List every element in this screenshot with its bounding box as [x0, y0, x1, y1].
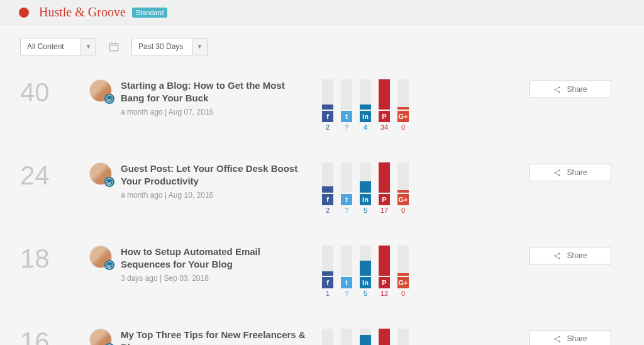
share-button[interactable]: Share	[530, 330, 611, 345]
bar-track	[322, 329, 333, 345]
bar-track	[397, 79, 409, 110]
author-avatar[interactable]	[89, 329, 112, 345]
share-label: Share	[567, 168, 587, 177]
post-meta: Guest Post: Let Your Office Desk Boost Y…	[121, 162, 322, 200]
share-count: 17	[380, 206, 388, 214]
facebook-icon[interactable]: f	[322, 194, 333, 205]
share-bar-pinterest: P 12	[379, 246, 390, 297]
content-filter-select[interactable]: All Content ▼	[20, 38, 96, 55]
share-count: ?	[345, 206, 348, 214]
share-count: 12	[380, 290, 388, 297]
pinterest-icon[interactable]: P	[379, 194, 390, 205]
google-icon[interactable]: G+	[397, 194, 409, 205]
share-button[interactable]: Share	[530, 81, 611, 98]
post-meta: My Top Three Tips for New Freelancers & …	[121, 329, 322, 345]
status-dot-icon	[19, 8, 29, 18]
bar-track	[341, 246, 352, 276]
share-count: 2	[326, 206, 330, 214]
social-bars: f 2 t ? in 5 P	[322, 162, 504, 214]
wordpress-icon	[104, 94, 114, 104]
author-avatar[interactable]	[89, 246, 112, 268]
calendar-icon[interactable]	[105, 38, 123, 55]
pinterest-icon[interactable]: P	[379, 111, 390, 122]
pinterest-icon[interactable]: P	[379, 277, 390, 288]
content-filter-value: All Content	[21, 42, 80, 51]
share-column: Share	[504, 162, 611, 181]
date-range-select[interactable]: Past 30 Days ▼	[131, 38, 208, 55]
filters-row: All Content ▼ Past 30 Days ▼	[20, 25, 624, 67]
share-bar-google: G+ 0	[397, 162, 409, 214]
facebook-icon[interactable]: f	[322, 277, 333, 288]
share-bar-linkedin: in 6	[360, 329, 371, 345]
share-bar-facebook: f 1	[322, 246, 333, 297]
twitter-icon[interactable]: t	[341, 194, 352, 205]
twitter-icon[interactable]: t	[341, 111, 352, 122]
chevron-down-icon: ▼	[80, 38, 96, 55]
google-icon[interactable]: G+	[397, 277, 409, 288]
share-icon	[553, 335, 562, 343]
share-bar-facebook: f 2	[322, 162, 333, 214]
svg-point-9	[555, 172, 556, 173]
google-icon[interactable]: G+	[397, 111, 409, 122]
share-bar-twitter: t ?	[341, 246, 352, 297]
content-wrap: All Content ▼ Past 30 Days ▼ 40 Starting…	[20, 25, 624, 345]
share-icon	[553, 252, 562, 260]
bar-track	[397, 246, 409, 276]
date-range-value: Past 30 Days	[132, 42, 192, 51]
share-bar-facebook: f 2	[322, 79, 333, 131]
post-title[interactable]: My Top Three Tips for New Freelancers & …	[121, 329, 309, 345]
share-label: Share	[567, 85, 587, 94]
linkedin-icon[interactable]: in	[360, 111, 371, 122]
linkedin-icon[interactable]: in	[360, 194, 371, 205]
post-score: 24	[20, 162, 89, 189]
bar-fill	[322, 271, 333, 276]
wordpress-icon	[104, 260, 114, 270]
site-title: Hustle & Groove	[39, 5, 126, 20]
share-count: 0	[401, 290, 405, 297]
bar-track	[360, 329, 371, 345]
svg-point-7	[559, 91, 560, 93]
post-meta: How to Setup Automated Email Sequences f…	[121, 246, 322, 283]
author-avatar[interactable]	[89, 162, 112, 185]
post-title[interactable]: How to Setup Automated Email Sequences f…	[121, 246, 309, 270]
bar-fill	[360, 181, 371, 193]
share-bar-linkedin: in 5	[360, 162, 371, 214]
svg-point-17	[555, 338, 556, 339]
social-bars: f 2 t ? in 4 P	[322, 79, 504, 131]
linkedin-icon[interactable]: in	[360, 277, 371, 288]
share-button[interactable]: Share	[530, 247, 611, 264]
share-count: ?	[345, 290, 348, 297]
wordpress-icon	[104, 177, 114, 187]
post-timestamp: 3 days ago | Sep 03, 2016	[121, 274, 322, 283]
post-title[interactable]: Guest Post: Let Your Office Desk Boost Y…	[121, 162, 309, 187]
post-title[interactable]: Starting a Blog: How to Get the Most Ban…	[121, 79, 309, 104]
share-bar-twitter: t ?	[341, 162, 352, 214]
twitter-icon[interactable]: t	[341, 277, 352, 288]
bar-track	[379, 162, 390, 193]
post-row: 24 Guest Post: Let Your Office Desk Boos…	[20, 150, 624, 233]
bar-fill	[379, 246, 390, 276]
share-count: 34	[380, 123, 388, 131]
share-bar-pinterest: P 17	[379, 162, 390, 214]
share-count: 0	[401, 123, 405, 131]
share-bar-pinterest: P 34	[379, 79, 390, 131]
svg-rect-0	[109, 43, 118, 51]
facebook-icon[interactable]: f	[322, 111, 333, 122]
share-count: 0	[401, 206, 405, 214]
share-bar-google: G+ 0	[397, 329, 409, 345]
svg-point-18	[559, 336, 560, 337]
bar-track	[322, 246, 333, 276]
bar-track	[360, 162, 371, 193]
bar-fill	[360, 261, 371, 276]
share-button[interactable]: Share	[530, 164, 611, 181]
share-icon	[553, 86, 562, 94]
share-bar-google: G+ 0	[397, 79, 409, 131]
social-bars: f 1 t ? in 5 P	[322, 246, 504, 297]
share-label: Share	[567, 334, 587, 343]
chevron-down-icon: ▼	[192, 38, 207, 55]
share-column: Share	[504, 246, 611, 264]
svg-point-19	[559, 341, 560, 342]
author-avatar[interactable]	[89, 79, 112, 102]
post-score: 18	[20, 246, 89, 272]
bar-track	[379, 329, 390, 345]
